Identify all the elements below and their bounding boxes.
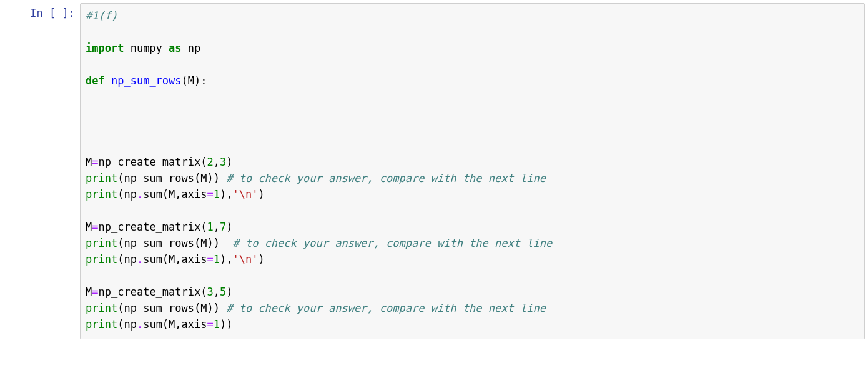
code-token <box>105 74 111 87</box>
code-token: # to check your answer, compare with the… <box>232 237 552 249</box>
code-token: ) <box>258 253 264 266</box>
code-token: print <box>86 188 117 201</box>
code-token: 5 <box>220 286 226 298</box>
code-input-area[interactable]: #1(f) import numpy as np def np_sum_rows… <box>80 3 865 339</box>
code-token: ) <box>226 156 232 168</box>
code-token: (np <box>117 253 137 266</box>
code-token: = <box>92 221 98 233</box>
code-token: = <box>207 188 214 201</box>
code-token: print <box>86 253 117 266</box>
code-token: 1 <box>207 221 214 233</box>
code-token: #1(f) <box>86 9 117 22</box>
code-token: sum(M,axis <box>143 318 207 331</box>
code-token: (np_sum_rows(M)) <box>117 237 232 249</box>
code-token: (np_sum_rows(M)) <box>117 172 226 184</box>
input-prompt: In [ ]: <box>0 3 80 339</box>
code-token: 3 <box>207 286 214 298</box>
code-token: np_sum_rows <box>111 74 182 87</box>
code-token: (np <box>117 188 137 201</box>
code-token: . <box>137 188 143 201</box>
prompt-execution-count <box>56 7 62 19</box>
code-token: print <box>86 172 117 184</box>
code-token: # to check your answer, compare with the… <box>226 172 546 184</box>
prompt-close-bracket: ]: <box>62 7 75 19</box>
code-token: np_create_matrix( <box>99 156 207 168</box>
code-token: , <box>214 286 220 298</box>
code-token: = <box>207 253 214 266</box>
code-token: = <box>92 286 98 298</box>
code-token: (np_sum_rows(M)) <box>117 302 226 314</box>
code-token: sum(M,axis <box>143 253 207 266</box>
code-token: M <box>86 221 92 233</box>
code-token: 1 <box>214 188 220 201</box>
code-token: ) <box>226 286 232 298</box>
code-token: np_create_matrix( <box>99 286 207 298</box>
code-token: 7 <box>220 221 226 233</box>
code-token: , <box>214 156 220 168</box>
code-token: import <box>86 42 124 54</box>
code-token: print <box>86 302 117 314</box>
code-token: '\n' <box>233 188 259 201</box>
code-token: as <box>169 42 181 54</box>
code-token: 3 <box>220 156 226 168</box>
code-token: M <box>86 286 92 298</box>
code-token: (M): <box>182 74 207 87</box>
code-token: = <box>207 318 214 331</box>
code-token: (np <box>117 318 137 331</box>
code-token: ) <box>258 188 264 201</box>
code-token: )) <box>220 318 232 331</box>
code-token: . <box>137 318 143 331</box>
code-content[interactable]: #1(f) import numpy as np def np_sum_rows… <box>86 8 859 332</box>
code-token: np_create_matrix( <box>99 221 207 233</box>
code-token: = <box>92 156 98 168</box>
code-token: , <box>214 221 220 233</box>
code-token: print <box>86 237 117 249</box>
code-token: def <box>86 74 105 87</box>
prompt-open-bracket: [ <box>49 7 56 19</box>
code-token: ), <box>220 253 232 266</box>
code-token: numpy <box>124 42 169 54</box>
code-token: M <box>86 156 92 168</box>
code-token: print <box>86 318 117 331</box>
notebook-code-cell: In [ ]: #1(f) import numpy as np def np_… <box>0 0 868 342</box>
code-token: # to check your answer, compare with the… <box>226 302 546 314</box>
code-token: 1 <box>214 318 220 331</box>
prompt-in-label: In <box>30 7 49 19</box>
code-token: . <box>137 253 143 266</box>
code-token: ) <box>226 221 232 233</box>
code-token: '\n' <box>233 253 259 266</box>
code-token: np <box>182 42 201 54</box>
code-token: 1 <box>214 253 220 266</box>
code-token: 2 <box>207 156 214 168</box>
code-token: sum(M,axis <box>143 188 207 201</box>
code-token: ), <box>220 188 232 201</box>
